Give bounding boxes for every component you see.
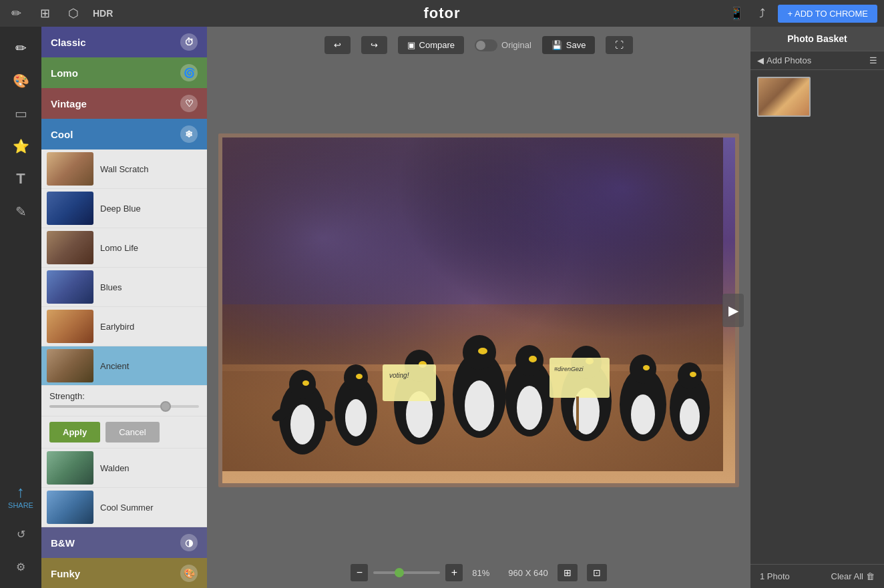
text-tool-button[interactable]: T bbox=[6, 164, 35, 194]
canvas-nav-right-button[interactable]: ▶ bbox=[722, 294, 744, 327]
image-dimensions: 960 X 640 bbox=[508, 568, 547, 578]
filter-thumb-walden bbox=[47, 451, 93, 485]
svg-point-15 bbox=[344, 364, 368, 391]
svg-point-26 bbox=[478, 348, 487, 354]
strength-label: Strength: bbox=[49, 391, 199, 401]
category-cool[interactable]: Cool ❄ bbox=[41, 119, 207, 150]
original-toggle: Original bbox=[475, 39, 531, 51]
filter-label-ancient: Ancient bbox=[100, 361, 129, 371]
fit-view-button[interactable]: ⊞ bbox=[558, 564, 578, 581]
zoom-slider[interactable] bbox=[373, 571, 440, 574]
cancel-button[interactable]: Cancel bbox=[105, 422, 159, 443]
canvas-image-wrap: voting! bbox=[207, 63, 750, 557]
share-icon[interactable]: ⤴ bbox=[752, 4, 771, 23]
svg-point-24 bbox=[465, 380, 494, 431]
pencil-icon[interactable]: ✏ bbox=[7, 4, 25, 23]
svg-point-16 bbox=[356, 374, 363, 379]
grid-icon[interactable]: ⊞ bbox=[35, 4, 54, 23]
basket-photo-item[interactable] bbox=[757, 77, 811, 117]
actual-size-button[interactable]: ⊡ bbox=[587, 564, 607, 581]
filter-ancient[interactable]: Ancient bbox=[41, 346, 207, 386]
pencil-tool-button[interactable]: ✏ bbox=[6, 33, 35, 63]
strength-slider-row bbox=[49, 405, 199, 408]
strength-slider[interactable] bbox=[49, 405, 199, 408]
filter-thumb-wall-scratch bbox=[47, 152, 93, 186]
chevron-left-icon: ◀ bbox=[757, 55, 764, 65]
category-classic[interactable]: Classic ⏱ bbox=[41, 27, 207, 57]
hdr-button[interactable]: HDR bbox=[93, 8, 113, 19]
basket-photo-grid bbox=[750, 70, 884, 564]
zoom-in-button[interactable]: + bbox=[445, 564, 463, 581]
share-arrow-icon: ↑ bbox=[17, 483, 25, 501]
category-funky[interactable]: Funky 🎨 bbox=[41, 558, 207, 588]
svg-text:voting!: voting! bbox=[389, 372, 409, 379]
toggle-knob bbox=[476, 41, 485, 50]
redo-button[interactable]: ↪ bbox=[361, 36, 387, 54]
add-photos-label: Add Photos bbox=[766, 55, 811, 65]
add-to-chrome-button[interactable]: + ADD TO CHROME bbox=[778, 5, 877, 23]
canvas-image: voting! bbox=[218, 133, 739, 487]
canvas-toolbar: ↩ ↪ ▣ Compare Original 💾 Save ⛶ bbox=[207, 27, 750, 63]
svg-point-9 bbox=[289, 370, 316, 399]
svg-point-43 bbox=[680, 398, 700, 434]
add-photos-button[interactable]: ◀ Add Photos bbox=[757, 55, 811, 65]
compare-icon: ▣ bbox=[407, 40, 415, 50]
funky-label: Funky bbox=[51, 568, 80, 579]
apply-button[interactable]: Apply bbox=[49, 422, 100, 443]
undo-button[interactable]: ↩ bbox=[324, 36, 351, 54]
filter-thumb-blues bbox=[47, 270, 93, 304]
svg-point-10 bbox=[302, 380, 309, 386]
vintage-label: Vintage bbox=[51, 98, 87, 109]
compare-button[interactable]: ▣ Compare bbox=[398, 36, 464, 54]
original-label: Original bbox=[501, 40, 531, 50]
mobile-icon[interactable]: 📱 bbox=[727, 4, 746, 23]
save-label: Save bbox=[566, 40, 586, 50]
filter-earlybird[interactable]: Earlybird bbox=[41, 307, 207, 346]
filter-walden[interactable]: Walden bbox=[41, 449, 207, 488]
bw-label: B&W bbox=[51, 537, 75, 549]
filter-icon[interactable]: ⬡ bbox=[64, 4, 83, 23]
clear-all-button[interactable]: Clear All 🗑 bbox=[831, 571, 875, 581]
photo-basket-header: Photo Basket bbox=[750, 27, 884, 51]
filter-blues[interactable]: Blues bbox=[41, 268, 207, 307]
lomo-label: Lomo bbox=[51, 67, 78, 79]
paint-tool-button[interactable]: 🎨 bbox=[6, 66, 35, 95]
category-bw[interactable]: B&W ◑ bbox=[41, 527, 207, 558]
trash-icon: 🗑 bbox=[866, 571, 875, 581]
category-lomo[interactable]: Lomo 🌀 bbox=[41, 57, 207, 88]
clear-all-label: Clear All bbox=[831, 571, 863, 581]
svg-point-45 bbox=[690, 372, 696, 377]
apply-cancel-row: Apply Cancel bbox=[41, 416, 207, 449]
filter-label-wall-scratch: Wall Scratch bbox=[100, 164, 148, 174]
original-switch[interactable] bbox=[475, 39, 497, 51]
fullscreen-button[interactable]: ⛶ bbox=[606, 36, 633, 54]
svg-point-40 bbox=[630, 354, 656, 384]
app-title: fotor bbox=[423, 5, 460, 22]
bw-icon: ◑ bbox=[180, 534, 198, 551]
svg-point-28 bbox=[517, 386, 542, 430]
canvas-status-bar: − + 81% 960 X 640 ⊞ ⊡ bbox=[207, 557, 750, 588]
filter-wall-scratch[interactable]: Wall Scratch bbox=[41, 150, 207, 189]
filter-cool-summer[interactable]: Cool Summer bbox=[41, 488, 207, 527]
share-button[interactable]: ↑ SHARE bbox=[8, 483, 33, 509]
svg-point-14 bbox=[345, 399, 367, 436]
sticker-tool-button[interactable]: ⭐ bbox=[6, 131, 35, 161]
crop-tool-button[interactable]: ✎ bbox=[6, 197, 35, 226]
settings-button[interactable]: ⚙ bbox=[6, 552, 35, 581]
filter-lomo-life[interactable]: Lomo Life bbox=[41, 228, 207, 268]
canvas-image-inner: voting! bbox=[222, 137, 735, 483]
frame-tool-button[interactable]: ▭ bbox=[6, 99, 35, 128]
zoom-out-button[interactable]: − bbox=[351, 564, 368, 581]
save-icon: 💾 bbox=[551, 40, 562, 50]
save-button[interactable]: 💾 Save bbox=[542, 36, 596, 54]
category-vintage[interactable]: Vintage ♡ bbox=[41, 88, 207, 119]
filter-deep-blue[interactable]: Deep Blue bbox=[41, 189, 207, 228]
svg-point-30 bbox=[529, 356, 537, 362]
photo-count: 1 Photo bbox=[760, 571, 790, 581]
strength-area: Strength: bbox=[41, 386, 207, 416]
filter-thumb-earlybird bbox=[47, 310, 93, 343]
compare-label: Compare bbox=[419, 40, 455, 50]
basket-menu-button[interactable]: ☰ bbox=[869, 55, 877, 65]
undo-bottom-button[interactable]: ↺ bbox=[6, 519, 35, 549]
svg-rect-35 bbox=[549, 358, 610, 398]
